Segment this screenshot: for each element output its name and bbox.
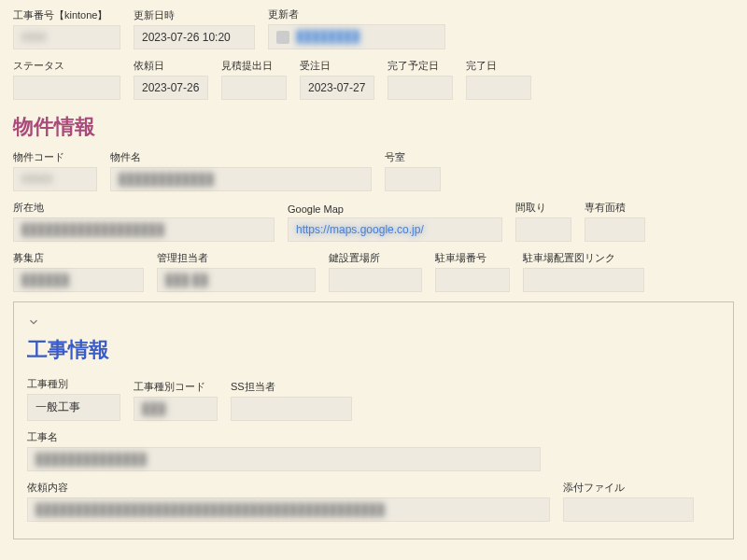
updated-by-name: ████████ — [296, 30, 359, 43]
planned-date-value — [388, 76, 453, 100]
layout-label: 間取り — [515, 201, 571, 215]
request-date-label: 依頼日 — [134, 59, 208, 73]
construction-section-title: 工事情報 — [27, 336, 720, 364]
ctype-value: 一般工事 — [27, 394, 120, 421]
area-label: 専有面積 — [585, 201, 645, 215]
construction-panel: 工事情報 工事種別 一般工事 工事種別コード ███ SS担当者 工事名 ███… — [13, 301, 734, 539]
ctype-label: 工事種別 — [27, 377, 120, 391]
ss-label: SS担当者 — [231, 380, 352, 394]
done-date-label: 完了日 — [466, 59, 531, 73]
job-no-label: 工事番号【kintone】 — [13, 8, 120, 22]
updated-at-value: 2023-07-26 10:20 — [134, 25, 255, 49]
ctype-code-value: ███ — [134, 397, 218, 421]
key-label: 鍵設置場所 — [329, 251, 422, 265]
gmap-link[interactable]: https://maps.google.co.jp/ — [296, 223, 424, 236]
property-name-label: 物件名 — [110, 150, 372, 164]
property-name-value: ████████████ — [110, 167, 372, 191]
updated-by-label: 更新者 — [268, 7, 445, 21]
done-date-value — [466, 76, 531, 100]
manager-label: 管理担当者 — [157, 251, 316, 265]
job-no-value: 0000 — [13, 25, 120, 49]
request-date-value: 2023-07-26 — [134, 76, 208, 100]
crequest-value: ████████████████████████████████████████… — [27, 497, 550, 522]
parking-no-value — [435, 268, 510, 292]
recruit-label: 募集店 — [13, 251, 144, 265]
order-date-value: 2023-07-27 — [300, 76, 374, 100]
address-label: 所在地 — [13, 201, 275, 215]
status-label: ステータス — [13, 59, 120, 73]
gmap-label: Google Map — [288, 203, 502, 215]
area-value — [585, 217, 645, 242]
updated-by-value: ████████ — [268, 24, 445, 49]
layout-value — [515, 217, 571, 242]
cname-label: 工事名 — [27, 430, 541, 444]
order-date-label: 受注日 — [300, 59, 374, 73]
attach-label: 添付ファイル — [563, 481, 694, 495]
cname-value: ██████████████ — [27, 447, 541, 471]
property-section-title: 物件情報 — [13, 113, 734, 141]
attach-value — [563, 497, 694, 522]
planned-date-label: 完了予定日 — [388, 59, 453, 73]
gmap-value[interactable]: https://maps.google.co.jp/ — [288, 217, 502, 242]
key-value — [329, 268, 422, 292]
manager-value: ███ ██ — [157, 268, 316, 292]
parking-no-label: 駐車場番号 — [435, 251, 510, 265]
property-code-value: 00000 — [13, 167, 97, 191]
ctype-code-label: 工事種別コード — [134, 380, 218, 394]
crequest-label: 依頼内容 — [27, 481, 550, 495]
parking-link-label: 駐車場配置図リンク — [523, 251, 644, 265]
ss-value — [231, 397, 352, 421]
estimate-date-value — [221, 76, 287, 100]
chevron-down-icon[interactable] — [27, 315, 44, 332]
property-code-label: 物件コード — [13, 150, 97, 164]
recruit-value: ██████ — [13, 268, 144, 292]
parking-link-value — [523, 268, 644, 292]
updated-at-label: 更新日時 — [134, 8, 255, 22]
avatar-icon — [276, 31, 289, 44]
estimate-date-label: 見積提出日 — [221, 59, 287, 73]
status-value — [13, 76, 120, 100]
room-label: 号室 — [385, 150, 441, 164]
address-value: ██████████████████ — [13, 217, 275, 242]
room-value — [385, 167, 441, 191]
